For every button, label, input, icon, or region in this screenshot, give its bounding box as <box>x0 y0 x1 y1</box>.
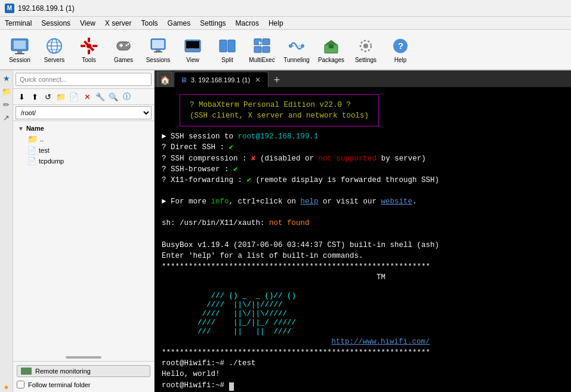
toolbar-sessions-label: Sessions <box>146 57 171 63</box>
menu-xserver[interactable]: X server <box>100 17 137 29</box>
tree-item-tcpdump-label: tcpdump <box>39 158 64 165</box>
remote-monitoring-button[interactable]: Remote monitoring <box>17 365 150 377</box>
sidebar-btn-new-file[interactable]: 📄 <box>68 91 80 103</box>
sidebar-btn-refresh[interactable]: ↺ <box>42 91 54 103</box>
sessions-icon <box>149 36 168 55</box>
tunneling-icon <box>287 36 306 55</box>
sidebar-btn-find[interactable]: 🔍 <box>107 91 119 103</box>
multiexec-icon <box>252 36 271 55</box>
quick-connect-input[interactable] <box>16 73 152 86</box>
toolbar-settings-label: Settings <box>355 57 376 63</box>
svg-rect-40 <box>329 45 334 48</box>
toolbar-help-btn[interactable]: ? Help <box>384 32 416 67</box>
title-text: 192.168.199.1 (1) <box>18 4 75 13</box>
svg-rect-28 <box>220 40 227 52</box>
settings-icon <box>356 36 375 55</box>
sidebar-btn-new-folder[interactable]: 📁 <box>55 91 67 103</box>
menu-games[interactable]: Games <box>163 17 196 29</box>
svg-marker-39 <box>325 40 338 45</box>
menu-sessions[interactable]: Sessions <box>36 17 75 29</box>
toolbar-sessions-btn[interactable]: Sessions <box>142 32 174 67</box>
menu-settings[interactable]: Settings <box>195 17 230 29</box>
menu-terminal[interactable]: Terminal <box>0 17 36 29</box>
toolbar-packages-btn[interactable]: Packages <box>315 32 347 67</box>
svg-point-41 <box>363 44 368 48</box>
file-icon-tcpdump: 📄 <box>27 157 36 165</box>
prompt-line: root@Hiwifi:~# <box>162 380 564 391</box>
path-select[interactable]: /root/ <box>16 106 152 119</box>
toolbar-games-btn[interactable]: Games <box>107 32 140 67</box>
website-link[interactable]: website <box>381 197 413 206</box>
svg-rect-13 <box>81 45 85 47</box>
svg-rect-31 <box>263 39 270 45</box>
enter-help-line: Enter 'help' for a list of built-in comm… <box>162 251 564 261</box>
follow-folder-checkbox[interactable] <box>17 381 24 388</box>
toolbar-session-label: Session <box>9 57 30 63</box>
hiwifi-link[interactable]: http://www.hiwifi.com/ <box>331 338 430 346</box>
menu-help[interactable]: Help <box>264 17 288 29</box>
tree-header-label: Name <box>26 125 44 132</box>
svg-rect-14 <box>92 45 97 47</box>
cursor <box>229 382 234 391</box>
svg-rect-1 <box>14 41 26 49</box>
svg-rect-29 <box>228 40 235 52</box>
tab-home-button[interactable]: 🏠 <box>157 72 172 87</box>
sidebar-btn-upload[interactable]: ⬆ <box>29 91 41 103</box>
check-direct-ssh: ? Direct SSH : ✔ <box>162 142 564 153</box>
games-icon <box>114 36 133 55</box>
toolbar-view-btn[interactable]: View View <box>177 32 209 67</box>
menu-macros[interactable]: Macros <box>231 17 264 29</box>
svg-rect-33 <box>263 47 270 53</box>
tree-item-parent[interactable]: 📁 .. <box>16 133 152 145</box>
tree-item-test-label: test <box>39 147 50 154</box>
svg-rect-2 <box>17 51 22 53</box>
toolbar-session-btn[interactable]: Session <box>4 32 36 67</box>
sidebar-btn-wrench[interactable]: 🔧 <box>94 91 106 103</box>
quick-connect-bar <box>13 70 154 89</box>
help-link[interactable]: help <box>301 197 319 206</box>
menu-view[interactable]: View <box>75 17 100 29</box>
left-nav-edit[interactable]: ✏ <box>1 99 12 110</box>
toolbar-tools-label: Tools <box>82 57 95 63</box>
tree-item-test[interactable]: 📄 test <box>16 145 152 156</box>
info-box: ? MobaXterm Personal Edition v22.0 ? (SS… <box>180 94 379 126</box>
svg-rect-26 <box>186 49 189 51</box>
left-nav-arrow[interactable]: ↗ <box>1 112 12 123</box>
svg-text:?: ? <box>398 41 403 51</box>
sidebar-btn-info[interactable]: ⓘ <box>121 91 132 103</box>
left-nav-star[interactable]: ★ <box>1 73 12 84</box>
tab-close-button[interactable]: ✕ <box>254 76 262 84</box>
svg-rect-17 <box>121 44 122 47</box>
check-compression: ? SSH compression : ✘ (disabled or not s… <box>162 153 564 164</box>
follow-folder-label[interactable]: Follow terminal folder <box>17 381 150 388</box>
path-bar: /root/ <box>13 105 154 121</box>
split-icon <box>218 36 237 55</box>
left-icons-bar: ★ 📁 ✏ ↗ ● <box>0 70 13 392</box>
tree-collapse-arrow[interactable]: ▼ <box>18 125 24 132</box>
toolbar-tunneling-btn[interactable]: Tunneling <box>280 32 313 67</box>
tab-terminal-icon: 🖥 <box>180 76 187 84</box>
new-tab-button[interactable]: + <box>270 73 284 87</box>
monitor-graph-icon <box>21 368 32 375</box>
info-line2: (SSH client, X server and network tools) <box>190 110 369 121</box>
menu-tools[interactable]: Tools <box>137 17 163 29</box>
sidebar-btn-delete[interactable]: ✕ <box>81 91 93 103</box>
toolbar-servers-btn[interactable]: Servers <box>38 32 70 67</box>
svg-rect-12 <box>88 50 90 54</box>
sidebar-btn-download[interactable]: ⬇ <box>16 91 27 103</box>
run-cmd-line: root@Hiwifi:~# ./test <box>162 358 564 369</box>
toolbar-split-btn[interactable]: Split <box>211 32 243 67</box>
toolbar-multiexec-btn[interactable]: MultiExec <box>246 32 278 67</box>
tree-item-tcpdump[interactable]: 📄 tcpdump <box>16 156 152 166</box>
terminal-content[interactable]: ? MobaXterm Personal Edition v22.0 ? (SS… <box>155 87 571 392</box>
check-x11-forwarding: ? X11-forwarding : ✔ (remote display is … <box>162 175 564 186</box>
toolbar: Session Servers Tools <box>0 30 571 70</box>
left-nav-circle[interactable]: ● <box>1 381 12 392</box>
sidebar-bottom: Remote monitoring Follow terminal folder <box>13 361 154 392</box>
terminal-tab-active[interactable]: 🖥 3. 192.168.199.1 (1) ✕ <box>174 72 268 87</box>
left-nav-folder[interactable]: 📁 <box>1 86 12 97</box>
toolbar-settings-btn[interactable]: Settings <box>350 32 382 67</box>
remote-monitoring-label: Remote monitoring <box>35 368 91 375</box>
follow-folder-text: Follow terminal folder <box>28 381 91 388</box>
toolbar-tools-btn[interactable]: Tools <box>73 32 105 67</box>
